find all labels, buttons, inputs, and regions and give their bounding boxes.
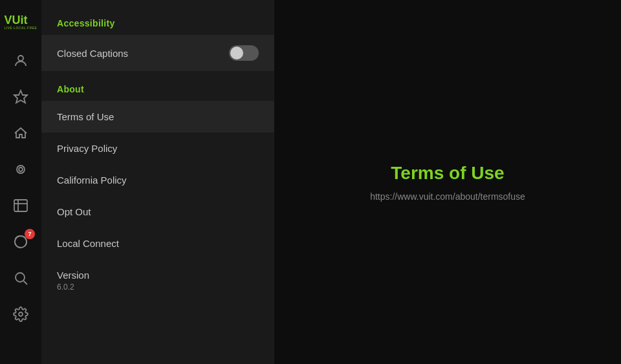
star-icon xyxy=(12,89,29,105)
sidebar-item-favorites[interactable] xyxy=(5,81,36,112)
sidebar-item-live[interactable] xyxy=(5,154,36,185)
svg-line-8 xyxy=(24,281,28,285)
settings-panel: Accessibility Closed Captions About Term… xyxy=(41,0,274,364)
local-connect-item[interactable]: Local Connect xyxy=(41,228,274,259)
home-icon xyxy=(12,125,29,142)
about-section-label: About xyxy=(41,79,274,101)
guide-icon xyxy=(12,197,29,214)
content-area: Terms of Use https://www.vuit.com/about/… xyxy=(274,0,621,364)
sidebar-item-home[interactable] xyxy=(5,118,36,149)
search-icon xyxy=(12,270,29,286)
local-connect-label: Local Connect xyxy=(57,238,119,249)
version-item: Version 6.0.2 xyxy=(41,259,274,302)
version-label: Version xyxy=(57,270,259,281)
closed-captions-label: Closed Captions xyxy=(57,48,128,59)
sidebar-item-sports[interactable]: 7 xyxy=(5,226,36,257)
sidebar-item-profile[interactable] xyxy=(5,45,36,76)
logo-sub: LIVE·LOCAL·FREE xyxy=(5,26,38,30)
content-title: Terms of Use xyxy=(391,163,504,184)
closed-captions-toggle[interactable] xyxy=(229,45,259,61)
svg-point-0 xyxy=(18,56,23,61)
california-policy-item[interactable]: California Policy xyxy=(41,164,274,196)
sidebar-item-guide[interactable] xyxy=(5,190,36,221)
opt-out-item[interactable]: Opt Out xyxy=(41,196,274,228)
settings-icon xyxy=(12,306,29,323)
toggle-knob xyxy=(230,47,243,59)
logo-text: VUit xyxy=(5,14,38,26)
opt-out-label: Opt Out xyxy=(57,206,91,217)
svg-point-7 xyxy=(16,273,25,282)
accessibility-section-label: Accessibility xyxy=(41,13,274,35)
terms-of-use-label: Terms of Use xyxy=(57,111,114,122)
closed-captions-item[interactable]: Closed Captions xyxy=(41,35,274,71)
privacy-policy-item[interactable]: Privacy Policy xyxy=(41,133,274,164)
version-number: 6.0.2 xyxy=(57,283,259,292)
privacy-policy-label: Privacy Policy xyxy=(57,143,117,154)
content-url: https://www.vuit.com/about/termsofuse xyxy=(370,191,525,202)
svg-marker-1 xyxy=(14,91,27,103)
terms-of-use-item[interactable]: Terms of Use xyxy=(41,101,274,133)
svg-rect-3 xyxy=(14,200,27,211)
sidebar: VUit LIVE·LOCAL·FREE 7 xyxy=(0,0,41,364)
main-area: Accessibility Closed Captions About Term… xyxy=(41,0,621,364)
sidebar-item-search[interactable] xyxy=(5,262,36,294)
sidebar-item-settings[interactable] xyxy=(5,299,36,330)
svg-point-2 xyxy=(19,167,23,171)
sports-badge: 7 xyxy=(25,229,35,239)
person-icon xyxy=(12,52,29,69)
svg-point-9 xyxy=(19,312,23,316)
logo: VUit LIVE·LOCAL·FREE xyxy=(5,6,36,37)
california-policy-label: California Policy xyxy=(57,175,127,186)
live-icon xyxy=(12,161,29,178)
